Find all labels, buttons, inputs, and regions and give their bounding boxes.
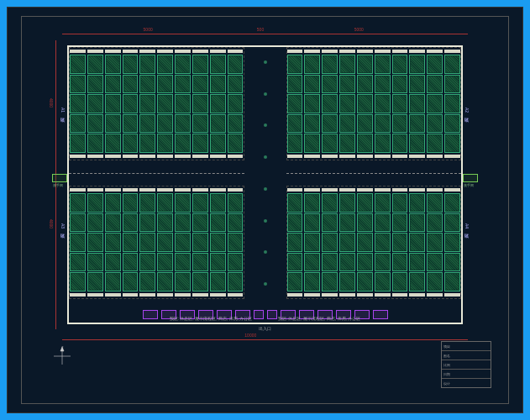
rack-unit	[175, 193, 191, 213]
rack-unit	[375, 94, 391, 113]
rack-unit	[105, 193, 121, 213]
title-row: 比例	[442, 360, 491, 370]
rack-unit	[228, 193, 244, 213]
legend-right: 预区: 休息区, 展示流程区, 商店, 库房, 办公区	[278, 316, 361, 321]
rack-unit	[139, 213, 155, 233]
rack-unit	[210, 75, 226, 94]
rack-unit	[192, 134, 208, 153]
zone-label-a3: A3 区域	[60, 223, 66, 230]
rack-unit	[427, 193, 443, 213]
rack-unit	[375, 75, 391, 94]
room-left: 洗手间	[52, 174, 67, 182]
rack-unit	[375, 134, 391, 153]
rack-unit	[409, 75, 425, 94]
rack-unit	[123, 272, 139, 291]
rack-unit	[87, 213, 103, 233]
rack-unit	[228, 233, 244, 252]
rack-unit	[287, 75, 303, 94]
rack-column	[157, 186, 173, 298]
rack-column	[210, 48, 226, 160]
rack-unit	[123, 253, 139, 272]
rack-unit	[392, 213, 408, 233]
rack-unit	[228, 134, 244, 153]
rack-column	[87, 48, 103, 160]
rack-unit	[87, 55, 103, 74]
rack-unit	[322, 114, 338, 134]
rack-unit	[392, 55, 408, 74]
rack-unit	[304, 55, 320, 74]
rack-column	[228, 48, 244, 160]
rack-unit	[87, 94, 103, 113]
aisle-marker	[264, 123, 267, 127]
rack-unit	[210, 233, 226, 252]
rack-column	[444, 48, 460, 160]
rack-unit	[444, 134, 460, 153]
rack-unit	[409, 114, 425, 134]
zone-label-a4: A4 区域	[464, 223, 470, 230]
rack-unit	[228, 114, 244, 134]
rack-unit	[157, 193, 173, 213]
rack-unit	[357, 134, 373, 153]
rack-unit	[87, 114, 103, 134]
room-right: 洗手间	[463, 174, 478, 182]
rack-unit	[157, 55, 173, 74]
rack-unit	[287, 253, 303, 272]
rack-unit	[409, 272, 425, 291]
rack-column	[392, 48, 408, 160]
rack-unit	[228, 55, 244, 74]
rack-unit	[304, 272, 320, 291]
dock-door	[373, 310, 388, 319]
rack-area	[69, 47, 461, 299]
title-row: 设计	[442, 379, 491, 387]
rack-unit	[87, 253, 103, 272]
rack-unit	[304, 134, 320, 153]
rack-unit	[70, 114, 86, 134]
rack-unit	[228, 253, 244, 272]
rack-unit	[228, 75, 244, 94]
rack-unit	[123, 193, 139, 213]
rack-unit	[70, 193, 86, 213]
rack-column	[322, 186, 338, 298]
aisle-marker	[264, 282, 267, 286]
rack-unit	[322, 233, 338, 252]
rack-unit	[287, 114, 303, 134]
rack-unit	[123, 94, 139, 113]
rack-unit	[175, 94, 191, 113]
dimension-top: 5000 500 5000	[62, 29, 468, 39]
rack-unit	[357, 114, 373, 134]
rack-column	[304, 48, 320, 160]
rack-unit	[304, 75, 320, 94]
rack-column	[175, 48, 191, 160]
rack-unit	[304, 114, 320, 134]
cad-viewport[interactable]: 5000 500 5000 4000 4000 10000 A1 区域 A3 区…	[7, 7, 523, 413]
rack-unit	[70, 55, 86, 74]
rack-unit	[427, 134, 443, 153]
rack-unit	[375, 114, 391, 134]
rack-unit	[139, 193, 155, 213]
rack-unit	[375, 213, 391, 233]
rack-unit	[444, 94, 460, 113]
rack-unit	[175, 55, 191, 74]
rack-unit	[192, 213, 208, 233]
rack-unit	[210, 193, 226, 213]
rack-unit	[409, 193, 425, 213]
rack-unit	[123, 55, 139, 74]
rack-column	[105, 48, 121, 160]
rack-unit	[139, 94, 155, 113]
rack-unit	[139, 272, 155, 291]
app-frame: 5000 500 5000 4000 4000 10000 A1 区域 A3 区…	[0, 0, 530, 420]
zone-label-a2: A2 区域	[464, 108, 470, 114]
rack-unit	[287, 213, 303, 233]
title-row: 日期	[442, 370, 491, 379]
rack-unit	[304, 233, 320, 252]
rack-unit	[392, 193, 408, 213]
rack-unit	[357, 253, 373, 272]
rack-column	[444, 186, 460, 298]
rack-unit	[304, 94, 320, 113]
rack-unit	[157, 114, 173, 134]
rack-unit	[287, 94, 303, 113]
aisle-marker	[264, 250, 267, 254]
rack-unit	[444, 213, 460, 233]
rack-unit	[322, 272, 338, 291]
rack-unit	[70, 272, 86, 291]
